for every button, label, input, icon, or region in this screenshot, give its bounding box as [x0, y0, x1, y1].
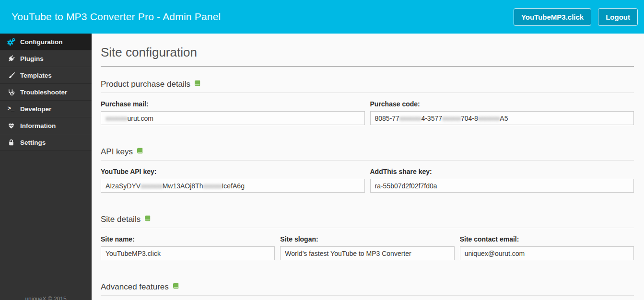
youtube-api-key-field: YouTube API key: AIzaSyDYVxxxxxxxMw13AOj…: [101, 168, 365, 193]
main-content: Site configuration Product purchase deta…: [92, 34, 644, 300]
app-title: YouTube to MP3 Converter Pro - Admin Pan…: [12, 11, 221, 23]
terminal-icon: >_: [7, 105, 15, 112]
site-slogan-input[interactable]: World's fastest YouTube to MP3 Converter: [280, 246, 454, 260]
sidebar-item-plugins[interactable]: Plugins: [0, 50, 92, 67]
section-divider: [101, 92, 634, 93]
sidebar-item-label: Templates: [20, 72, 52, 79]
sidebar-footer-copyright: uniqueX © 2015: [0, 296, 92, 300]
header-bar: YouTube to MP3 Converter Pro - Admin Pan…: [0, 0, 644, 34]
field-label: YouTube API key:: [101, 168, 365, 175]
field-label: Site name:: [101, 235, 275, 243]
site-link-button[interactable]: YouTubeMP3.click: [514, 8, 591, 26]
section-product-purchase-details: Product purchase details Purchase mail: …: [101, 80, 634, 125]
sidebar-item-developer[interactable]: >_ Developer: [0, 101, 92, 117]
field-label: Site contact email:: [460, 235, 634, 243]
section-title: Advanced features: [101, 282, 169, 292]
sidebar-item-configuration[interactable]: Configuration: [0, 34, 92, 50]
section-title: Site details: [101, 215, 141, 224]
sidebar-item-label: Plugins: [20, 55, 44, 62]
section-title: API keys: [101, 147, 133, 157]
addthis-share-key-field: AddThis share key: ra-55b07d2f02f7fd0a: [370, 168, 634, 193]
section-api-keys: API keys YouTube API key: AIzaSyDYVxxxxx…: [101, 147, 634, 193]
book-icon: [136, 147, 143, 157]
sidebar-item-label: Settings: [20, 139, 46, 146]
sidebar-item-label: Information: [20, 122, 56, 129]
purchase-mail-input[interactable]: xxxxxxxurut.com: [101, 111, 365, 125]
book-icon: [144, 215, 151, 224]
paintbrush-icon: [7, 72, 15, 79]
section-site-details: Site details Site name: YouTubeMP3.click…: [101, 215, 634, 260]
site-name-input[interactable]: YouTubeMP3.click: [101, 246, 275, 260]
site-slogan-field: Site slogan: World's fastest YouTube to …: [280, 235, 454, 260]
site-contact-email-field: Site contact email: uniquex@ourut.com: [460, 235, 634, 260]
book-icon: [194, 80, 201, 89]
plug-icon: [7, 55, 15, 62]
site-contact-email-input[interactable]: uniquex@ourut.com: [460, 246, 634, 260]
section-advanced-features: Advanced features Default top charts cou…: [101, 282, 634, 300]
site-name-field: Site name: YouTubeMP3.click: [101, 235, 275, 260]
logout-button[interactable]: Logout: [598, 8, 638, 26]
purchase-code-input[interactable]: 8085-77xxxxxxx4-3577 xxxxxx704-8xxxxxxxA…: [370, 111, 634, 125]
sidebar-item-settings[interactable]: Settings: [0, 134, 92, 151]
lock-icon: [7, 139, 15, 146]
section-divider: [101, 160, 634, 161]
purchase-code-field: Purchase code: 8085-77xxxxxxx4-3577 xxxx…: [370, 100, 634, 125]
addthis-share-key-input[interactable]: ra-55b07d2f02f7fd0a: [370, 179, 634, 193]
sidebar-item-label: Developer: [20, 105, 51, 113]
section-title: Product purchase details: [101, 80, 190, 89]
sidebar-item-label: Configuration: [20, 38, 62, 46]
sidebar-item-troubleshooter[interactable]: Troubleshooter: [0, 84, 92, 101]
section-divider: [101, 228, 634, 228]
heartbeat-icon: [7, 122, 15, 129]
book-icon: [172, 282, 179, 292]
page-title: Site configuration: [101, 45, 634, 60]
field-label: Site slogan:: [280, 235, 454, 243]
section-divider: [101, 295, 634, 296]
sidebar-item-information[interactable]: Information: [0, 117, 92, 134]
youtube-api-key-input[interactable]: AIzaSyDYVxxxxxxxMw13AOj8ThxxxxxxIcefA6g: [101, 179, 365, 193]
sidebar: Configuration Plugins Templates: [0, 34, 92, 300]
stethoscope-icon: [7, 89, 15, 96]
title-divider: [101, 66, 634, 67]
gears-icon: [7, 38, 15, 46]
field-label: Purchase mail:: [101, 100, 365, 108]
purchase-mail-field: Purchase mail: xxxxxxxurut.com: [101, 100, 365, 125]
sidebar-item-label: Troubleshooter: [20, 89, 67, 96]
sidebar-item-templates[interactable]: Templates: [0, 67, 92, 84]
field-label: Purchase code:: [370, 100, 634, 108]
field-label: AddThis share key:: [370, 168, 634, 175]
